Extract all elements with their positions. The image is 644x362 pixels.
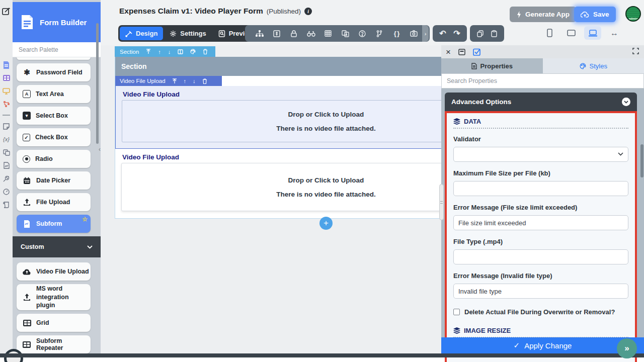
advanced-options-header[interactable]: Advanced Options	[445, 93, 637, 111]
undo-icon[interactable]: ↶	[436, 29, 450, 38]
palette-item-subform[interactable]: ☆ Subform	[17, 215, 91, 233]
palette-item-file-upload[interactable]: File Upload	[17, 193, 91, 211]
paste-icon[interactable]	[487, 30, 501, 37]
save-button[interactable]: Save	[574, 7, 616, 22]
variables-icon[interactable]: {x}	[0, 133, 13, 146]
move-up-icon[interactable]: ↑	[158, 49, 161, 55]
full-width-preview-icon[interactable]: ↔	[606, 26, 623, 40]
file-type-label: File Type (.mp4)	[453, 238, 628, 245]
palette-item-text-area[interactable]: A Text Area	[17, 85, 91, 103]
palette-search-input[interactable]: Search Palette	[13, 42, 101, 57]
video-upload-element-2[interactable]: Video File Upload Drop or Click to Uploa…	[115, 149, 441, 211]
move-down-icon[interactable]: ↓	[168, 49, 171, 55]
palette-item-check-box[interactable]: ✓ Check Box	[17, 128, 91, 146]
sitemap-icon[interactable]	[251, 30, 268, 37]
palette-item-partial[interactable]	[17, 57, 91, 60]
error-size-input[interactable]	[453, 215, 628, 230]
notes-icon[interactable]	[0, 120, 13, 133]
datalist-grid-icon[interactable]	[0, 71, 13, 84]
delete-icon[interactable]	[203, 49, 208, 54]
calendar-icon	[23, 177, 31, 185]
validator-select[interactable]	[453, 147, 628, 162]
version-branch-icon[interactable]	[371, 30, 388, 37]
json-braces-icon[interactable]: { }	[388, 30, 405, 37]
tab-styles[interactable]: Styles	[543, 58, 644, 73]
palette-group-custom[interactable]: Custom	[13, 236, 101, 257]
panel-scrollbar[interactable]	[640, 144, 643, 177]
favorite-star-icon[interactable]: ☆	[82, 216, 88, 223]
binoculars-icon[interactable]	[302, 31, 319, 37]
palette-item-subform-repeater[interactable]: Subform Repeater	[17, 335, 91, 353]
plugin-icon[interactable]	[0, 172, 13, 185]
properties-search-input[interactable]	[441, 73, 644, 88]
screenshot-camera-icon[interactable]	[405, 30, 422, 37]
close-icon[interactable]: ×	[446, 48, 451, 56]
edit-compose-icon[interactable]	[0, 0, 13, 22]
form-builder-brand: Form Builder	[13, 2, 101, 42]
palette-item-grid[interactable]: Grid	[17, 314, 91, 332]
palette-item-select-box[interactable]: ▾ Select Box	[17, 107, 91, 125]
process-tree-icon[interactable]	[0, 98, 13, 111]
userview-monitor-icon[interactable]	[0, 84, 13, 98]
max-file-size-input[interactable]	[453, 181, 628, 196]
avatar[interactable]: admin	[625, 6, 641, 22]
apply-change-button[interactable]: ✓ Apply Change	[441, 337, 644, 353]
palette-scrollbar[interactable]	[96, 23, 99, 144]
palette-item-radio[interactable]: Radio	[17, 150, 91, 168]
delete-file-checkbox[interactable]	[453, 309, 460, 315]
panel-resize-handle[interactable]	[439, 184, 444, 220]
device-preview-toggles: ↔	[541, 26, 623, 40]
palette-icon[interactable]	[190, 49, 196, 54]
form-structure-icon[interactable]	[268, 30, 285, 37]
tab-settings[interactable]: Settings	[164, 27, 211, 40]
move-up-icon[interactable]: ↑	[184, 78, 187, 84]
next-step-fab[interactable]: »	[617, 338, 637, 358]
asterisk-icon: ✱	[23, 68, 31, 77]
section-element-tab[interactable]: Section ↑ ↓	[115, 46, 215, 57]
video-upload-element-1[interactable]: Video File Upload Drop or Click to Uploa…	[115, 86, 441, 149]
logs-scroll-icon[interactable]	[0, 198, 13, 211]
window-icon[interactable]	[458, 49, 465, 55]
drop-zone[interactable]: Drop or Click to Upload There is no vide…	[121, 163, 441, 211]
add-element-button[interactable]: +	[319, 217, 333, 230]
form-doc-icon[interactable]	[0, 58, 13, 71]
expand-icon[interactable]	[632, 48, 639, 54]
desktop-preview-icon[interactable]	[584, 26, 601, 40]
tablet-preview-icon[interactable]	[562, 26, 580, 40]
toolbar-more-icon[interactable]: ›	[422, 25, 429, 42]
translate-pages-icon[interactable]	[337, 30, 354, 37]
tab-design[interactable]: Design	[120, 27, 163, 40]
table-icon[interactable]	[319, 30, 337, 37]
collapse-chevron-icon[interactable]	[622, 98, 630, 106]
columns-icon[interactable]	[178, 49, 183, 54]
help-icon[interactable]	[354, 30, 371, 37]
move-out-icon[interactable]	[172, 78, 177, 84]
palette-item-date-picker[interactable]: Date Picker	[17, 171, 91, 190]
palette-item-ms-word-plugin[interactable]: MS word integration plugin	[17, 284, 91, 310]
section-element[interactable]: Section Video File Upload ↑ ↓ Video File…	[115, 57, 441, 219]
selectbox-icon: ▾	[23, 112, 31, 120]
redo-icon[interactable]: ↷	[450, 29, 464, 38]
report-file-icon[interactable]	[0, 159, 13, 172]
move-down-icon[interactable]: ↓	[193, 78, 196, 84]
copy-icon[interactable]	[473, 30, 487, 37]
checked-checkbox-icon[interactable]	[473, 48, 481, 56]
generate-app-button[interactable]: Generate App	[510, 7, 577, 22]
palette-item-password-field[interactable]: ✱ Password Field	[17, 63, 91, 81]
error-type-input[interactable]	[453, 284, 628, 299]
performance-gauge-icon[interactable]	[0, 185, 13, 198]
mobile-preview-icon[interactable]	[541, 26, 558, 40]
translate-icon[interactable]	[0, 146, 13, 159]
radio-icon	[23, 155, 30, 163]
tab-properties[interactable]: Properties	[441, 58, 543, 73]
delete-icon[interactable]	[202, 78, 207, 84]
move-out-icon[interactable]	[146, 49, 151, 54]
file-type-input[interactable]	[453, 249, 628, 264]
lock-icon[interactable]	[285, 30, 302, 37]
palette-collapse-icon[interactable]: ‹	[99, 146, 101, 153]
info-icon[interactable]: i	[304, 8, 312, 15]
video-upload-element-tab[interactable]: Video File Upload ↑ ↓	[115, 76, 222, 86]
document-icon	[471, 63, 477, 69]
palette-item-video-file-upload[interactable]: Video File Upload	[17, 262, 91, 281]
drop-zone[interactable]: Drop or Click to Upload There is no vide…	[122, 100, 441, 142]
